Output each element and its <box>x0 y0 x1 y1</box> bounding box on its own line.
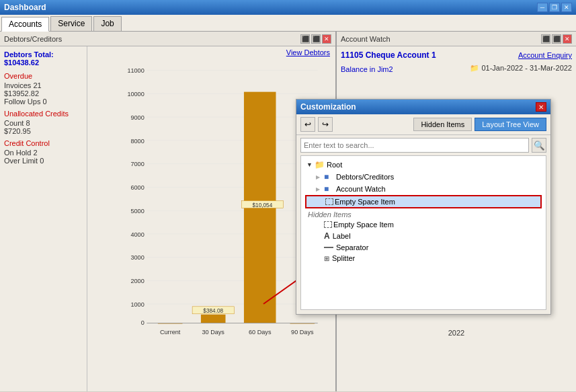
invoices-amount: $13952.82 <box>4 89 83 97</box>
search-input[interactable] <box>300 138 529 153</box>
account-enquiry-link[interactable]: Account Enquiry <box>518 51 572 59</box>
account-watch-export-btn[interactable]: ⬛ <box>541 34 550 44</box>
tab-job[interactable]: Job <box>93 16 121 31</box>
tree-hidden-empty-space[interactable]: Empty Space Item <box>305 219 542 230</box>
label-icon: A <box>324 231 330 241</box>
tab-service[interactable]: Service <box>50 16 92 31</box>
hidden-items-tab[interactable]: Hidden Items <box>413 118 472 131</box>
tree-splitter-item[interactable]: ⊞ Splitter <box>305 253 542 264</box>
debtors-tree-label: Debtors/Creditors <box>336 173 394 181</box>
restore-button[interactable]: ❐ <box>549 3 560 12</box>
unalloc-label: Unallocated Credits <box>4 110 83 118</box>
date-range-icon: 📁 <box>470 64 479 72</box>
panel-header-controls: ⬛ ⬛ ✕ <box>300 34 331 44</box>
tree-area[interactable]: ▼ 📁 Root ▶ ■ Debtors/Creditors ▶ ■ Accou… <box>300 155 546 310</box>
svg-text:0: 0 <box>141 319 145 326</box>
separator-icon <box>324 247 333 248</box>
svg-text:90 Days: 90 Days <box>291 329 314 336</box>
svg-text:1000: 1000 <box>130 301 144 308</box>
panel-export-btn[interactable]: ⬛ <box>300 34 310 44</box>
panel-restore-btn[interactable]: ⬛ <box>311 34 321 44</box>
close-button[interactable]: ✕ <box>561 3 572 12</box>
splitter-icon: ⊞ <box>324 255 329 262</box>
followups-label: Follow Ups <box>4 97 40 106</box>
svg-text:$384.08: $384.08 <box>203 308 223 314</box>
date-range: 01-Jan-2022 - 31-Mar-2022 <box>481 64 572 72</box>
splitter-label: Splitter <box>332 254 355 262</box>
svg-text:3000: 3000 <box>130 254 144 261</box>
count-value: 8 <box>26 119 30 127</box>
debtors-folder-icon: ■ <box>324 172 335 182</box>
title-bar: Dashboard ─ ❐ ✕ <box>0 0 576 15</box>
account-expand-icon: ▶ <box>316 186 324 192</box>
debtors-creditors-panel: Debtors/Creditors ⬛ ⬛ ✕ Debtors Total: $… <box>0 32 336 391</box>
invoices-label: Invoices <box>4 81 31 89</box>
on-hold-count: 2 <box>33 149 37 157</box>
dialog-title: Customization <box>300 102 356 112</box>
root-expand-icon: ▼ <box>306 161 315 168</box>
root-label: Root <box>327 161 342 169</box>
unalloc-amount: $720.95 <box>4 127 83 135</box>
search-button[interactable]: 🔍 <box>532 138 546 153</box>
account-watch-title: Account Watch <box>341 35 390 43</box>
over-limit-label: Over Limit <box>4 157 38 165</box>
layout-tree-tab[interactable]: Layout Tree View <box>475 118 546 131</box>
credit-control-label: Credit Control <box>4 139 83 147</box>
account-watch-restore-btn[interactable]: ⬛ <box>552 34 561 44</box>
dialog-close-button[interactable]: ✕ <box>536 102 546 112</box>
search-row: 🔍 <box>296 135 550 155</box>
svg-rect-25 <box>201 315 226 323</box>
balance-label: Balance in Jim2 <box>341 65 393 73</box>
invoices-row: Invoices 21 <box>4 81 83 89</box>
overdue-label: Overdue <box>4 72 83 80</box>
window-container: Dashboard ─ ❐ ✕ Accounts Service Job Deb… <box>0 0 576 392</box>
invoices-count: 21 <box>33 81 41 89</box>
account-watch-close-btn[interactable]: ✕ <box>563 34 572 44</box>
account-tree-label: Account Watch <box>336 185 386 193</box>
dialog-title-bar: Customization ✕ <box>296 100 550 114</box>
left-panel-body: Debtors Total: $10438.62 Overdue Invoice… <box>0 46 335 391</box>
debtors-info-sidebar: Debtors Total: $10438.62 Overdue Invoice… <box>0 46 87 391</box>
svg-text:11000: 11000 <box>127 67 144 74</box>
svg-text:8000: 8000 <box>130 138 144 145</box>
account-watch-header: Account Watch ⬛ ⬛ ✕ <box>337 32 576 46</box>
count-label: Count <box>4 119 24 127</box>
tree-label-item[interactable]: A Label <box>305 230 542 242</box>
empty-space-dashed-icon <box>325 198 333 205</box>
separator-label: Separator <box>336 243 368 251</box>
empty-space-label: Empty Space Item <box>335 198 395 206</box>
tree-account-watch[interactable]: ▶ ■ Account Watch <box>305 183 542 195</box>
followups-row: Follow Ups 0 <box>4 97 83 106</box>
hidden-empty-dashed-icon <box>324 221 332 228</box>
redo-button[interactable]: ↪ <box>318 117 333 132</box>
view-debtors-link[interactable]: View Debtors <box>286 48 330 56</box>
panel-close-btn[interactable]: ✕ <box>322 34 331 44</box>
account-watch-controls: ⬛ ⬛ ✕ <box>541 34 572 44</box>
tree-debtors-creditors[interactable]: ▶ ■ Debtors/Creditors <box>305 171 542 183</box>
dialog-toolbar: ↩ ↪ Hidden Items Layout Tree View <box>296 114 550 135</box>
svg-text:10000: 10000 <box>127 91 144 97</box>
window-title: Dashboard <box>4 3 46 12</box>
tab-bar: Accounts Service Job <box>0 15 576 32</box>
svg-text:30 Days: 30 Days <box>202 329 224 336</box>
svg-text:2000: 2000 <box>130 278 144 284</box>
debtors-panel-title: Debtors/Creditors <box>4 35 62 43</box>
hidden-items-section: Hidden Items <box>305 208 542 219</box>
tab-accounts[interactable]: Accounts <box>1 17 49 32</box>
on-hold-row: On Hold 2 <box>4 149 83 157</box>
undo-button[interactable]: ↩ <box>300 117 315 132</box>
count-row: Count 8 <box>4 119 83 127</box>
label-tree-label: Label <box>333 232 351 240</box>
debtors-panel-header: Debtors/Creditors ⬛ ⬛ ✕ <box>0 32 335 46</box>
svg-text:6000: 6000 <box>130 184 144 191</box>
svg-text:7000: 7000 <box>130 161 144 167</box>
over-limit-row: Over Limit 0 <box>4 157 83 165</box>
tree-root[interactable]: ▼ 📁 Root <box>305 159 542 171</box>
hidden-empty-label: Empty Space Item <box>333 221 394 229</box>
tree-separator-item[interactable]: Separator <box>305 242 542 253</box>
minimize-button[interactable]: ─ <box>537 3 548 12</box>
on-hold-label: On Hold <box>4 149 31 157</box>
svg-text:4000: 4000 <box>130 231 144 238</box>
tree-empty-space-selected[interactable]: Empty Space Item <box>305 195 542 208</box>
svg-text:9000: 9000 <box>130 114 144 121</box>
